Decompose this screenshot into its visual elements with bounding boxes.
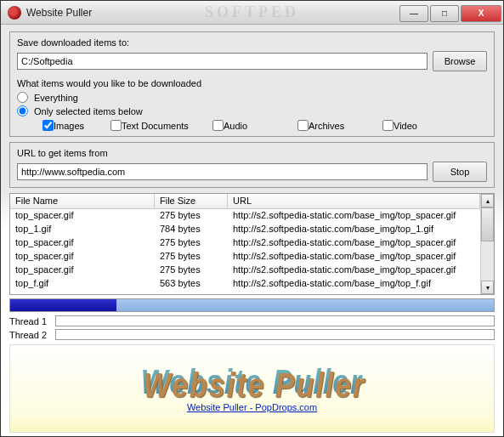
scrollbar[interactable]: ▴ ▾ xyxy=(480,194,494,294)
table-row[interactable]: top_spacer.gif275 byteshttp://s2.softped… xyxy=(10,236,480,250)
col-filesize[interactable]: File Size xyxy=(155,194,228,208)
col-filename[interactable]: File Name xyxy=(10,194,155,208)
check-archives-label: Archives xyxy=(309,121,344,131)
maximize-button[interactable]: □ xyxy=(430,5,459,22)
close-button[interactable]: X xyxy=(461,5,501,22)
check-audio[interactable] xyxy=(212,120,224,131)
minimize-button[interactable]: — xyxy=(399,5,428,22)
banner-link[interactable]: Website Puller - PopDrops.com xyxy=(187,402,317,412)
radio-selected-label: Only selected items below xyxy=(34,106,143,116)
results-table: File Name File Size URL top_spacer.gif27… xyxy=(9,193,495,295)
save-group: Save downloaded items to: Browse What it… xyxy=(9,31,495,137)
thread2-label: Thread 2 xyxy=(9,330,50,340)
thread1-progress xyxy=(55,315,495,326)
stop-button[interactable]: Stop xyxy=(433,162,487,182)
check-video-label: Video xyxy=(394,121,417,131)
table-row[interactable]: top_spacer.gif275 byteshttp://s2.softped… xyxy=(10,209,480,223)
window-title: Website Puller xyxy=(26,7,92,19)
check-video[interactable] xyxy=(382,120,394,131)
cell-filename: top_spacer.gif xyxy=(10,236,155,250)
cell-filesize: 275 bytes xyxy=(155,209,228,223)
scroll-thumb[interactable] xyxy=(481,207,494,241)
save-label: Save downloaded items to: xyxy=(17,37,487,48)
cell-filesize: 275 bytes xyxy=(155,264,228,277)
table-row[interactable]: top_spacer.gif275 byteshttp://s2.softped… xyxy=(10,264,480,277)
check-text-label: Text Documents xyxy=(122,121,189,131)
check-images[interactable] xyxy=(42,120,54,131)
app-window: Website Puller SOFTPED — □ X Save downlo… xyxy=(0,0,504,437)
cell-filesize: 784 bytes xyxy=(155,223,228,236)
cell-url: http://s2.softpedia-static.com/base_img/… xyxy=(228,264,480,277)
progress-fill xyxy=(10,299,116,311)
content-area: Save downloaded items to: Browse What it… xyxy=(1,25,503,436)
table-row[interactable]: top_1.gif784 byteshttp://s2.softpedia-st… xyxy=(10,223,480,236)
url-label: URL to get items from xyxy=(17,148,487,158)
check-archives[interactable] xyxy=(297,120,309,131)
table-header: File Name File Size URL xyxy=(10,194,480,209)
watermark: SOFTPED xyxy=(205,3,299,21)
cell-filesize: 275 bytes xyxy=(155,236,228,250)
thread1-label: Thread 1 xyxy=(9,316,50,326)
cell-filename: top_spacer.gif xyxy=(10,209,155,223)
check-images-label: Images xyxy=(54,121,84,131)
thread2-progress xyxy=(55,329,495,340)
banner: Website Puller Website Puller - PopDrops… xyxy=(9,344,495,433)
items-prompt: What items would you like to be download… xyxy=(17,78,487,88)
table-body[interactable]: top_spacer.gif275 byteshttp://s2.softped… xyxy=(10,209,480,291)
browse-button[interactable]: Browse xyxy=(433,51,487,71)
cell-url: http://s2.softpedia-static.com/base_img/… xyxy=(228,236,480,250)
cell-url: http://s2.softpedia-static.com/base_img/… xyxy=(228,250,480,264)
app-icon xyxy=(8,6,21,20)
cell-filename: top_f.gif xyxy=(10,277,155,291)
cell-filesize: 563 bytes xyxy=(155,277,228,291)
cell-url: http://s2.softpedia-static.com/base_img/… xyxy=(228,277,480,291)
save-path-input[interactable] xyxy=(17,53,428,70)
url-input[interactable] xyxy=(17,163,428,180)
table-row[interactable]: top_f.gif563 byteshttp://s2.softpedia-st… xyxy=(10,277,480,291)
banner-logo: Website Puller xyxy=(141,362,364,402)
check-text[interactable] xyxy=(110,120,122,131)
check-audio-label: Audio xyxy=(224,121,247,131)
cell-url: http://s2.softpedia-static.com/base_img/… xyxy=(228,209,480,223)
col-url[interactable]: URL xyxy=(228,194,480,208)
radio-everything-label: Everything xyxy=(34,93,78,103)
scroll-up-icon[interactable]: ▴ xyxy=(481,194,494,207)
overall-progress xyxy=(9,298,495,312)
titlebar[interactable]: Website Puller SOFTPED — □ X xyxy=(1,1,503,25)
scroll-down-icon[interactable]: ▾ xyxy=(481,281,494,294)
cell-filename: top_spacer.gif xyxy=(10,250,155,264)
cell-filename: top_1.gif xyxy=(10,223,155,236)
table-row[interactable]: top_spacer.gif275 byteshttp://s2.softped… xyxy=(10,250,480,264)
url-group: URL to get items from Stop xyxy=(9,142,495,188)
cell-url: http://s2.softpedia-static.com/base_img/… xyxy=(228,223,480,236)
cell-filename: top_spacer.gif xyxy=(10,264,155,277)
cell-filesize: 275 bytes xyxy=(155,250,228,264)
radio-selected[interactable] xyxy=(17,105,28,116)
radio-everything[interactable] xyxy=(17,92,28,103)
